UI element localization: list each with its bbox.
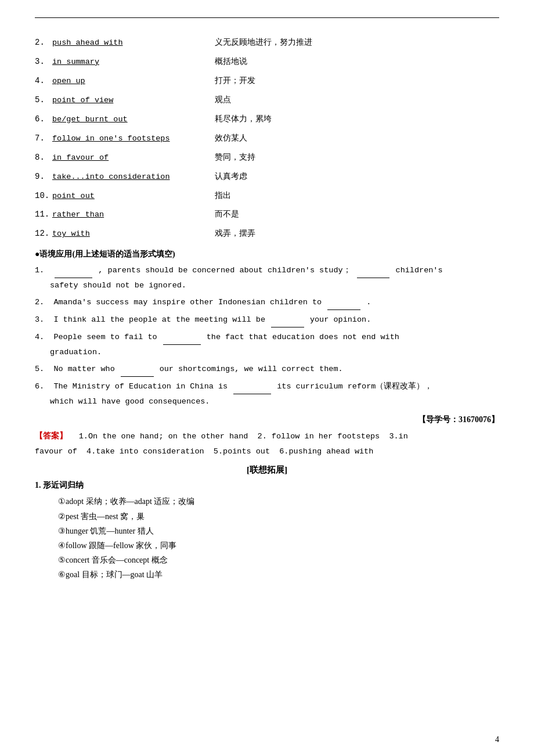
ex-text-4a: People seem to fail to — [53, 333, 161, 341]
exercise-2: 2. Amanda's success may inspire other In… — [35, 296, 499, 310]
blank-1a — [55, 264, 92, 278]
phrase-zh-4: 打开；开发 — [215, 74, 255, 88]
phrase-num-7: 7. — [35, 132, 52, 146]
phrase-en-9: take...into consideration — [52, 171, 215, 184]
phrase-zh-2: 义无反顾地进行，努力推进 — [215, 35, 312, 49]
exercise-1-cont: safety should not be ignored. — [35, 279, 499, 293]
guide-number: 【导学号：31670076】 — [35, 415, 499, 425]
exercise-6-cont: which will have good consequences. — [35, 395, 499, 409]
phrase-zh-7: 效仿某人 — [215, 131, 247, 145]
phrase-num-12: 12. — [35, 227, 52, 241]
phrase-num-6: 6. — [35, 113, 52, 127]
blank-2 — [327, 296, 360, 310]
ex-text-2: Amanda's success may inspire other Indon… — [53, 298, 326, 307]
phrase-en-8: in favour of — [52, 152, 215, 165]
lianxiang-title: [联想拓展] — [35, 465, 499, 476]
phrase-row-2: 2. push ahead with 义无反顾地进行，努力推进 — [35, 35, 499, 50]
phrase-en-5: point of view — [52, 94, 215, 107]
answer-text: 1.On the one hand; on the other hand 2. … — [70, 432, 408, 441]
phrase-row-5: 5. point of view 观点 — [35, 93, 499, 107]
ex-num-6: 6. — [35, 382, 49, 391]
blank-5 — [121, 363, 154, 377]
lianxiang-item-4: ④follow 跟随—fellow 家伙，同事 — [35, 538, 499, 553]
ex-num-3: 3. — [35, 315, 49, 324]
lianxiang-item-6: ⑥goal 目标；球门—goat 山羊 — [35, 567, 499, 582]
phrase-zh-10: 指出 — [215, 189, 231, 203]
exercise-3: 3. I think all the people at the meeting… — [35, 314, 499, 327]
ex-text-3b: your opinion. — [310, 315, 371, 324]
phrase-row-7: 7. follow in one's footsteps 效仿某人 — [35, 131, 499, 146]
page: 2. push ahead with 义无反顾地进行，努力推进 3. in su… — [0, 0, 534, 756]
ex-text-5a: No matter who — [53, 365, 119, 373]
exercise-1: 1. , parents should be concerned about c… — [35, 264, 499, 278]
phrase-zh-8: 赞同，支持 — [215, 150, 255, 164]
blank-6 — [233, 380, 271, 394]
phrase-row-6: 6. be/get burnt out 耗尽体力，累垮 — [35, 112, 499, 127]
page-number: 4 — [495, 735, 499, 744]
phrase-num-2: 2. — [35, 36, 52, 50]
ex-text-1b: children's — [396, 266, 443, 275]
top-divider — [35, 17, 499, 18]
ex-text-4b: the fact that education does not end wit… — [207, 333, 399, 341]
ex-num-2: 2. — [35, 298, 49, 307]
phrase-row-10: 10. point out 指出 — [35, 189, 499, 203]
phrase-num-4: 4. — [35, 74, 52, 88]
phrase-row-9: 9. take...into consideration 认真考虑 — [35, 170, 499, 184]
blank-4 — [163, 331, 201, 345]
phrase-row-8: 8. in favour of 赞同，支持 — [35, 150, 499, 165]
lianxiang-item-5: ⑤concert 音乐会—concept 概念 — [35, 553, 499, 567]
phrase-en-3: in summary — [52, 56, 215, 69]
ex-text-6b: its curriculum reform（课程改革）， — [277, 382, 432, 391]
lianxiang-item-2: ②pest 害虫—nest 窝，巢 — [35, 509, 499, 524]
phrase-zh-9: 认真考虑 — [215, 170, 247, 183]
exercise-6: 6. The Ministry of Education in China is… — [35, 380, 499, 394]
ex-text-3: I think all the people at the meeting wi… — [53, 315, 270, 324]
answer-label: 【答案】 — [35, 431, 67, 440]
ex-text-2b: . — [366, 298, 371, 307]
blank-3 — [271, 314, 304, 327]
exercise-4: 4. People seem to fail to the fact that … — [35, 331, 499, 345]
ex-text-1a: , parents should be concerned about chil… — [98, 266, 351, 275]
phrase-en-4: open up — [52, 75, 215, 88]
phrase-en-7: follow in one's footsteps — [52, 132, 215, 146]
phrase-num-10: 10. — [35, 189, 52, 203]
phrase-en-12: toy with — [52, 228, 215, 241]
phrase-row-12: 12. toy with 戏弄，摆弄 — [35, 226, 499, 241]
exercise-5: 5. No matter who our shortcomings, we wi… — [35, 363, 499, 377]
phrase-zh-12: 戏弄，摆弄 — [215, 226, 255, 240]
phrase-zh-11: 而不是 — [215, 207, 239, 221]
phrase-num-8: 8. — [35, 151, 52, 165]
phrase-en-10: point out — [52, 190, 215, 203]
lianxiang-sub: 1. 形近词归纳 — [35, 480, 499, 491]
phrase-num-11: 11. — [35, 208, 52, 222]
phrase-row-4: 4. open up 打开；开发 — [35, 74, 499, 88]
phrase-zh-3: 概括地说 — [215, 55, 247, 69]
exercise-4-cont: graduation. — [35, 346, 499, 359]
ex-text-6a: The Ministry of Education in China is — [53, 382, 232, 391]
phrase-num-3: 3. — [35, 55, 52, 69]
blank-1b — [357, 264, 390, 278]
ex-num-1: 1. — [35, 266, 49, 275]
phrase-num-5: 5. — [35, 93, 52, 107]
lianxiang-item-1: ①adopt 采纳；收养—adapt 适应；改编 — [35, 494, 499, 509]
phrase-en-2: push ahead with — [52, 37, 215, 50]
phrase-en-11: rather than — [52, 208, 215, 222]
phrase-list: 2. push ahead with 义无反顾地进行，努力推进 3. in su… — [35, 35, 499, 241]
ex-num-5: 5. — [35, 365, 49, 373]
phrase-row-3: 3. in summary 概括地说 — [35, 55, 499, 69]
ex-text-5b: our shortcomings, we will correct them. — [160, 365, 343, 373]
phrase-zh-5: 观点 — [215, 93, 231, 107]
lianxiang-item-3: ③hunger 饥荒—hunter 猎人 — [35, 524, 499, 538]
answer-section: 【答案】 1.On the one hand; on the other han… — [35, 429, 499, 459]
phrase-num-9: 9. — [35, 170, 52, 184]
answer-text-2: favour of 4.take into consideration 5.po… — [35, 447, 373, 456]
phrase-row-11: 11. rather than 而不是 — [35, 207, 499, 222]
section-header: ●语境应用(用上述短语的适当形式填空) — [35, 249, 499, 260]
phrase-en-6: be/get burnt out — [52, 113, 215, 127]
ex-num-4: 4. — [35, 333, 49, 341]
phrase-zh-6: 耗尽体力，累垮 — [215, 112, 272, 126]
exercise-section: 1. , parents should be concerned about c… — [35, 264, 499, 408]
